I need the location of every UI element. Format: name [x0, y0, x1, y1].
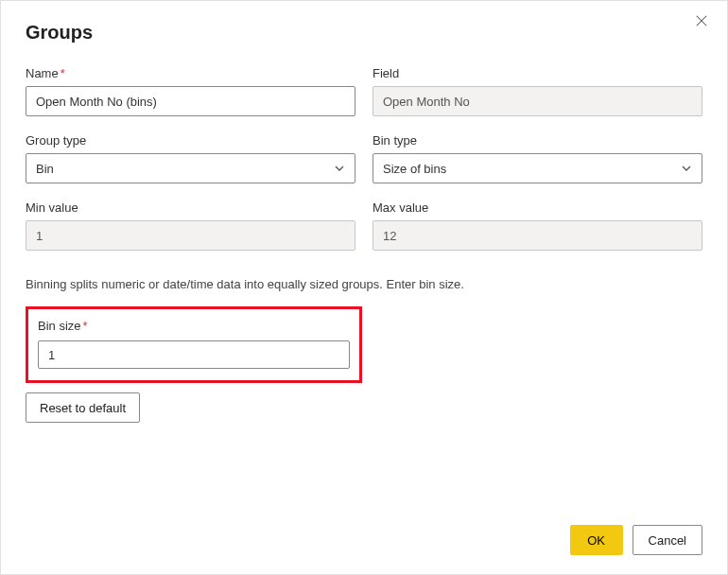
name-input[interactable] [26, 86, 355, 116]
required-marker: * [83, 319, 88, 333]
group-type-select[interactable]: Bin [26, 153, 355, 183]
field-value: Open Month No [373, 86, 702, 116]
reset-to-default-button[interactable]: Reset to default [26, 392, 140, 423]
bin-size-input[interactable] [38, 340, 350, 369]
bin-size-highlight: Bin size* [26, 306, 362, 383]
close-icon[interactable] [695, 14, 712, 31]
bin-size-label: Bin size* [38, 319, 350, 333]
min-value-label: Min value [26, 200, 355, 215]
dialog-footer: OK Cancel [570, 525, 702, 555]
bin-type-value: Size of bins [383, 162, 446, 176]
cancel-button[interactable]: Cancel [633, 525, 702, 555]
binning-description: Binning splits numeric or date/time data… [26, 277, 702, 291]
bin-type-select[interactable]: Size of bins [373, 153, 702, 183]
name-label: Name* [26, 66, 355, 80]
max-value-label: Max value [373, 200, 702, 215]
dialog-title: Groups [26, 22, 702, 44]
bin-type-label: Bin type [373, 133, 702, 148]
group-type-label: Group type [26, 133, 355, 148]
max-value: 12 [373, 220, 702, 251]
chevron-down-icon [681, 163, 692, 174]
group-type-value: Bin [36, 162, 54, 176]
required-marker: * [61, 66, 65, 80]
chevron-down-icon [334, 163, 345, 174]
field-label: Field [373, 66, 702, 80]
ok-button[interactable]: OK [570, 525, 623, 555]
min-value: 1 [26, 220, 355, 251]
